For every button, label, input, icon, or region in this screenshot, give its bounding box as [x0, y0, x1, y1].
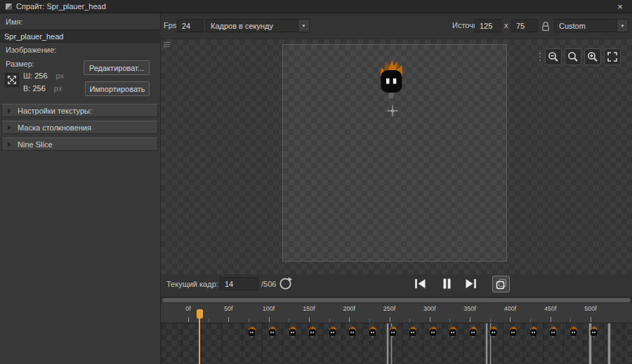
frame-thumbnail[interactable] — [569, 325, 578, 338]
tick-minor — [570, 319, 571, 322]
sprite-art — [288, 325, 297, 338]
sprite-canvas[interactable] — [161, 39, 632, 274]
tick-minor — [209, 319, 209, 322]
expand-arrow-icon — [8, 142, 11, 147]
resize-icon[interactable] — [5, 73, 19, 87]
strip-marker — [607, 323, 611, 364]
origin-x-input[interactable] — [475, 19, 501, 32]
chevron-down-icon[interactable]: ▼ — [617, 20, 628, 32]
fps-label: Fps — [164, 21, 176, 29]
lock-icon[interactable] — [540, 20, 551, 32]
skip-to-end-button[interactable] — [463, 278, 478, 290]
title-bar[interactable]: Спрайт: Spr_plauer_head × — [0, 0, 632, 13]
onion-skin-button[interactable] — [492, 276, 510, 292]
edit-image-button[interactable]: Редактироват... — [84, 60, 150, 75]
frame-thumbnail[interactable] — [529, 325, 538, 338]
zoom-in-button[interactable] — [584, 48, 601, 65]
section-bar-0[interactable]: Настройки текстуры: — [1, 104, 158, 117]
tick-minor — [369, 319, 370, 322]
tick-mark — [188, 317, 189, 322]
tick-mark — [349, 317, 350, 322]
expand-arrow-icon — [8, 125, 11, 130]
zoom-toolbar-grip[interactable] — [539, 53, 541, 54]
padlock-glyph — [541, 21, 550, 32]
sprite-art — [328, 325, 337, 338]
zoom-out-button[interactable] — [545, 48, 562, 65]
tick-label: 500f — [584, 305, 597, 312]
frame-thumbnail[interactable] — [468, 325, 478, 338]
frame-thumbnail[interactable] — [388, 325, 397, 338]
sprite-art — [529, 325, 538, 338]
section-label: Nine Slice — [18, 140, 53, 149]
name-label: Имя: — [6, 18, 22, 26]
sprite-art — [428, 325, 437, 338]
frame-thumbnail[interactable] — [589, 325, 598, 338]
tick-mark — [269, 317, 270, 322]
pause-button[interactable] — [440, 278, 454, 290]
canvas-menu-icon[interactable] — [164, 42, 170, 47]
tick-label: 300f — [423, 305, 436, 312]
tick-label: 350f — [463, 305, 476, 312]
tick-minor — [289, 319, 289, 322]
origin-y-input[interactable] — [511, 19, 538, 32]
sprite-art — [268, 325, 277, 338]
frame-thumbnail[interactable] — [408, 325, 417, 338]
origin-crosshair-icon[interactable] — [387, 105, 398, 116]
zoom-reset-icon — [567, 51, 579, 62]
tick-minor — [490, 319, 491, 322]
sprite-art — [489, 325, 498, 338]
section-label: Настройки текстуры: — [18, 107, 92, 115]
frame-thumbnail[interactable] — [247, 325, 256, 338]
current-frame-input[interactable] — [220, 277, 258, 290]
tick-mark — [228, 317, 229, 322]
section-label: Маска столкновения — [18, 123, 91, 132]
sprite-name-input[interactable] — [0, 29, 161, 43]
frame-thumbnail[interactable] — [548, 325, 558, 338]
onion-skin-icon — [496, 278, 507, 290]
frame-thumbnail[interactable] — [268, 325, 277, 338]
close-icon[interactable]: × — [614, 1, 626, 12]
zoom-fit-button[interactable] — [604, 48, 621, 65]
tick-label: 100f — [263, 305, 275, 312]
tick-label: 150f — [303, 305, 315, 312]
skip-end-icon — [465, 278, 477, 289]
frame-thumbnail[interactable] — [508, 325, 518, 338]
zoom-reset-button[interactable] — [565, 48, 581, 65]
frame-thumbnail[interactable] — [428, 325, 437, 338]
section-bar-2[interactable]: Nine Slice — [1, 137, 158, 151]
sprite-art — [468, 325, 478, 338]
tick-mark — [551, 317, 551, 322]
width-unit: px — [56, 72, 65, 80]
import-button[interactable]: Импортировать — [85, 81, 150, 96]
loop-icon — [278, 276, 293, 291]
film-strip[interactable] — [161, 323, 632, 364]
frame-thumbnail[interactable] — [489, 325, 498, 338]
skip-to-start-button[interactable] — [413, 278, 427, 290]
timeline-ruler[interactable]: 0f50f100f150f200f250f300f350f400f450f500… — [161, 303, 632, 323]
fps-mode-dropdown[interactable]: Кадров в секунду ▼ — [206, 19, 310, 32]
frame-thumbnail[interactable] — [348, 325, 357, 338]
loop-toggle-button[interactable] — [278, 276, 293, 291]
zoom-in-icon — [587, 51, 598, 62]
chevron-down-icon[interactable]: ▼ — [298, 20, 309, 32]
window-icon — [6, 4, 12, 10]
tick-label: 400f — [504, 305, 517, 312]
pause-icon — [442, 278, 452, 289]
section-bar-1[interactable]: Маска столкновения — [1, 121, 158, 134]
frame-thumbnail[interactable] — [448, 325, 457, 338]
tick-label: 50f — [224, 305, 233, 312]
scrollbar-thumb[interactable] — [162, 298, 631, 302]
tick-label: 200f — [343, 305, 355, 312]
playhead-handle[interactable] — [197, 309, 203, 318]
frame-thumbnail[interactable] — [328, 325, 337, 338]
window-title: Спрайт: Spr_plauer_head — [16, 2, 106, 11]
sprite-art — [376, 58, 406, 100]
origin-preset-dropdown[interactable]: Custom ▼ — [554, 19, 628, 32]
timeline-scrollbar[interactable] — [162, 298, 631, 302]
size-label: Размер: — [6, 60, 34, 68]
frame-thumbnail[interactable] — [308, 325, 317, 338]
fps-input[interactable] — [177, 19, 203, 32]
tick-mark — [309, 317, 310, 322]
frame-thumbnail[interactable] — [368, 325, 377, 338]
frame-thumbnail[interactable] — [288, 325, 297, 338]
